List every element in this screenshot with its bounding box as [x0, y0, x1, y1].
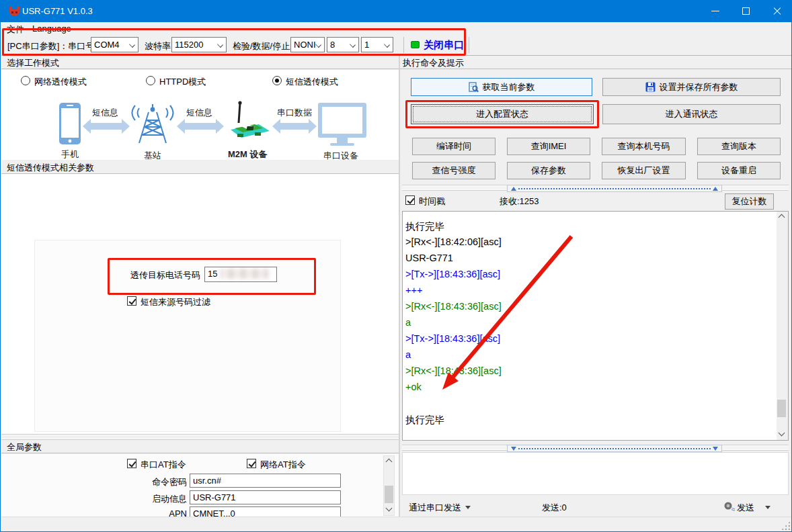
log-line: +++: [403, 282, 788, 298]
scroll-up-icon[interactable]: [384, 456, 394, 467]
send-options-caret-icon[interactable]: [765, 506, 770, 509]
log-line: 执行完毕: [403, 218, 788, 234]
phone-number-label: 透传目标电话号码: [113, 269, 200, 281]
horizontal-splitter[interactable]: [1, 434, 399, 440]
status-bar: [1, 517, 792, 532]
radio-net-mode-label[interactable]: 网络透传模式: [34, 76, 87, 88]
splitter-handle[interactable]: [507, 445, 722, 452]
port-open-led-icon: [411, 41, 420, 48]
log-line: +ok: [403, 379, 788, 395]
cmd-password-label: 命令密码: [102, 476, 187, 488]
boot-message-label: 启动信息: [102, 493, 187, 505]
node-label-m2m: M2M 设备: [228, 148, 268, 161]
timestamp-checkbox[interactable]: [405, 195, 415, 205]
floppy-save-icon: [645, 82, 656, 92]
command-header: 执行命令及提示: [400, 56, 792, 69]
scroll-thumb[interactable]: [777, 400, 786, 417]
query-imei-button[interactable]: 查询IMEI: [507, 138, 590, 155]
smsparams-header: 短信透传模式相关参数: [1, 161, 399, 174]
com-port-select[interactable]: COM4: [91, 37, 138, 52]
speaker-icon: [723, 500, 735, 512]
close-button[interactable]: [762, 1, 792, 22]
maximize-button[interactable]: [731, 1, 762, 22]
phone-number-input[interactable]: 15: [204, 267, 277, 282]
node-label-phone: 手机: [61, 148, 79, 161]
globalparams-scrollbar[interactable]: [383, 455, 395, 516]
radio-sms-mode[interactable]: [272, 76, 282, 85]
log-line: [403, 395, 788, 411]
double-arrow-icon: [272, 119, 317, 134]
radio-httpd-mode-label[interactable]: HTTPD模式: [159, 76, 206, 88]
chevron-down-icon: [315, 42, 321, 48]
parity-select[interactable]: NONI: [290, 37, 325, 52]
source-filter-checkbox[interactable]: [127, 296, 136, 306]
scroll-up-icon[interactable]: [777, 212, 787, 222]
log-output[interactable]: 执行完毕 >[Rx<-][18:42:06][asc] USR-G771 >[T…: [402, 211, 789, 441]
save-params-button[interactable]: 保存参数: [507, 162, 590, 179]
sent-count: 发送:0: [542, 502, 567, 514]
scroll-thumb[interactable]: [385, 486, 393, 503]
send-via-serial-dropdown[interactable]: 通过串口发送: [409, 502, 471, 514]
net-at-checkbox[interactable]: [247, 459, 256, 468]
log-line: >[Rx<-][18:42:06][asc]: [403, 234, 788, 250]
source-filter-label[interactable]: 短信来源号码过滤: [141, 296, 210, 308]
send-input-area[interactable]: [402, 452, 789, 495]
compile-time-button[interactable]: 编译时间: [412, 138, 496, 155]
enter-config-button[interactable]: 进入配置状态: [411, 104, 594, 124]
menu-language[interactable]: Language: [32, 24, 71, 34]
log-line: a: [403, 314, 788, 330]
toolbar-separator: [469, 37, 469, 53]
log-line: 执行完毕: [403, 411, 788, 427]
serial-toolbar: [PC串口参数]：串口号 COM4 波特率 115200 检验/数据/停止 NO…: [1, 36, 792, 56]
log-scrollbar[interactable]: [777, 212, 788, 440]
query-version-button[interactable]: 查询版本: [697, 138, 781, 155]
collapse-up-icon[interactable]: [713, 187, 718, 191]
cmd-password-input[interactable]: usr.cn#: [190, 474, 341, 488]
device-restart-button[interactable]: 设备重启: [697, 162, 781, 179]
app-logo-icon: [9, 7, 20, 16]
scroll-down-icon[interactable]: [384, 504, 394, 515]
query-number-button[interactable]: 查询本机号码: [602, 138, 686, 155]
minimize-button[interactable]: [700, 1, 731, 22]
m2m-device-icon: [225, 100, 272, 146]
log-line: >[Rx<-][18:43:36][asc]: [403, 363, 788, 379]
chevron-down-icon: [217, 42, 223, 48]
collapse-down-icon[interactable]: [713, 447, 718, 451]
apn-input[interactable]: CMNET...0: [190, 506, 341, 517]
radio-net-mode[interactable]: [21, 76, 30, 85]
log-line: >[Tx->][18:43:36][asc]: [403, 266, 788, 282]
baud-select[interactable]: 115200: [171, 37, 227, 52]
caret-down-icon: [465, 506, 471, 509]
serial-at-label[interactable]: 串口AT指令: [141, 459, 186, 471]
query-signal-button[interactable]: 查信号强度: [412, 162, 496, 179]
log-splitter-bottom[interactable]: [402, 445, 789, 451]
radio-httpd-mode[interactable]: [146, 76, 155, 85]
phone-number-blur: [220, 269, 268, 279]
collapse-up-icon[interactable]: [511, 187, 516, 191]
timestamp-label[interactable]: 时间戳: [419, 195, 445, 208]
serial-at-checkbox[interactable]: [127, 459, 136, 468]
radio-sms-mode-label[interactable]: 短信透传模式: [286, 76, 338, 88]
resize-grip[interactable]: [781, 521, 790, 530]
save-all-button[interactable]: 设置并保存所有参数: [602, 78, 781, 96]
app-window: USR-G771 V1.0.3 文件 Language [PC串口参数]：串口号…: [0, 0, 792, 532]
enter-comm-button[interactable]: 进入通讯状态: [602, 104, 781, 124]
close-port-button[interactable]: 关闭串口: [424, 39, 464, 52]
net-at-label[interactable]: 网络AT指令: [260, 459, 306, 471]
collapse-down-icon[interactable]: [511, 447, 516, 451]
log-splitter-top[interactable]: [402, 185, 789, 191]
factory-reset-button[interactable]: 恢复出厂设置: [602, 162, 686, 179]
window-title: USR-G771 V1.0.3: [22, 6, 93, 16]
splitter-handle[interactable]: [507, 185, 722, 192]
reset-count-button[interactable]: 复位计数: [725, 193, 774, 210]
databits-select[interactable]: 8: [327, 37, 359, 52]
boot-message-input[interactable]: USR-G771: [190, 490, 341, 504]
send-button[interactable]: 发送: [737, 502, 754, 514]
stopbits-select[interactable]: 1: [361, 37, 393, 52]
chevron-down-icon: [350, 42, 356, 48]
double-arrow-icon: [177, 119, 224, 134]
link-label-sms-2: 短信息: [186, 107, 212, 119]
menu-file[interactable]: 文件: [7, 24, 24, 36]
scroll-down-icon[interactable]: [777, 429, 787, 440]
get-params-button[interactable]: 获取当前参数: [411, 78, 592, 96]
